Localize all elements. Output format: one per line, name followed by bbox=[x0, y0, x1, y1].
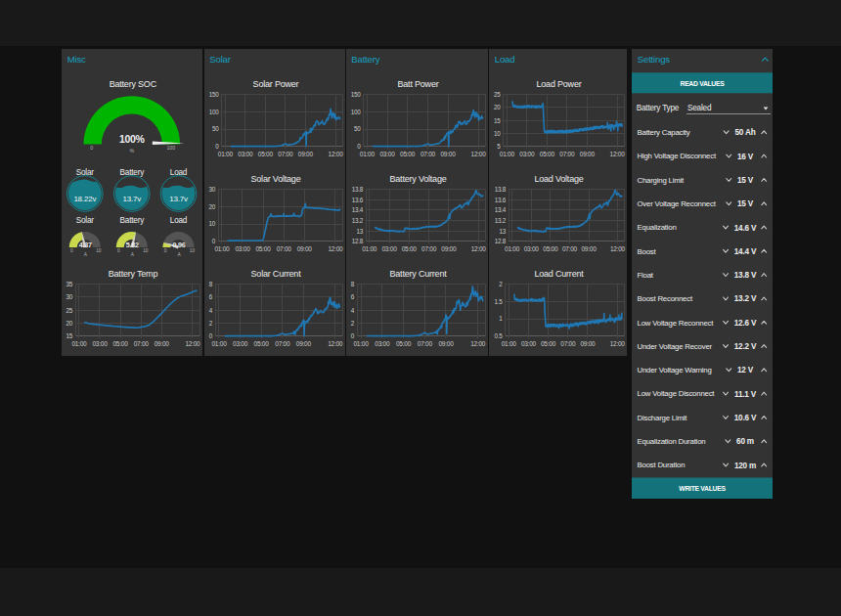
svg-text:13.7v: 13.7v bbox=[123, 195, 142, 203]
svg-text:Float: Float bbox=[638, 271, 654, 280]
svg-text:Load: Load bbox=[170, 216, 188, 225]
svg-text:100: 100 bbox=[350, 109, 361, 115]
svg-text:05:00: 05:00 bbox=[401, 245, 417, 252]
svg-text:12:00: 12:00 bbox=[610, 340, 626, 347]
svg-text:20: 20 bbox=[66, 320, 72, 327]
svg-text:12:00: 12:00 bbox=[328, 340, 343, 347]
svg-text:09:00: 09:00 bbox=[580, 340, 596, 347]
svg-text:18.22v: 18.22v bbox=[73, 195, 96, 203]
svg-text:Battery SOC: Battery SOC bbox=[110, 79, 157, 89]
svg-text:A: A bbox=[177, 252, 181, 257]
svg-text:Solar Current: Solar Current bbox=[250, 269, 301, 279]
svg-text:10: 10 bbox=[190, 248, 196, 253]
svg-text:13.8: 13.8 bbox=[495, 186, 507, 193]
svg-text:13.8: 13.8 bbox=[351, 186, 363, 193]
svg-text:Battery Current: Battery Current bbox=[389, 269, 447, 279]
svg-text:14.6 V: 14.6 V bbox=[734, 224, 757, 233]
svg-text:12.6 V: 12.6 V bbox=[734, 319, 757, 328]
svg-text:11.1 V: 11.1 V bbox=[734, 390, 757, 399]
svg-text:03:00: 03:00 bbox=[524, 245, 540, 252]
svg-text:12:00: 12:00 bbox=[470, 245, 486, 252]
svg-text:05:00: 05:00 bbox=[543, 245, 558, 252]
svg-text:120 m: 120 m bbox=[734, 462, 756, 470]
svg-text:03:00: 03:00 bbox=[521, 340, 537, 347]
svg-text:05:00: 05:00 bbox=[112, 340, 128, 347]
svg-text:10: 10 bbox=[208, 220, 215, 227]
svg-text:01:00: 01:00 bbox=[505, 245, 520, 252]
svg-text:Solar Power: Solar Power bbox=[252, 79, 298, 89]
svg-text:03:00: 03:00 bbox=[381, 245, 397, 252]
svg-text:13.2 V: 13.2 V bbox=[734, 294, 757, 303]
svg-text:0: 0 bbox=[117, 248, 120, 253]
svg-text:4: 4 bbox=[350, 307, 354, 314]
svg-text:05:00: 05:00 bbox=[257, 151, 273, 157]
svg-text:12 V: 12 V bbox=[737, 366, 754, 374]
svg-text:20: 20 bbox=[494, 104, 501, 110]
svg-text:Boost Reconnect: Boost Reconnect bbox=[638, 294, 693, 303]
svg-text:01:00: 01:00 bbox=[500, 151, 515, 157]
svg-text:25: 25 bbox=[494, 91, 501, 98]
svg-text:07:00: 07:00 bbox=[559, 151, 575, 157]
svg-text:1.5: 1.5 bbox=[494, 298, 503, 305]
svg-text:Boost: Boost bbox=[638, 247, 657, 256]
svg-text:12.2 V: 12.2 V bbox=[734, 342, 757, 351]
svg-text:01:00: 01:00 bbox=[211, 340, 227, 347]
svg-text:Low Voltage Reconnect: Low Voltage Reconnect bbox=[638, 319, 715, 328]
svg-text:50: 50 bbox=[353, 125, 360, 132]
svg-text:09:00: 09:00 bbox=[581, 245, 597, 252]
svg-text:8: 8 bbox=[350, 281, 354, 287]
svg-text:09:00: 09:00 bbox=[297, 151, 313, 157]
svg-text:25: 25 bbox=[66, 307, 72, 314]
svg-text:Equalization: Equalization bbox=[638, 223, 677, 232]
svg-text:10.6 V: 10.6 V bbox=[734, 414, 757, 422]
svg-text:03:00: 03:00 bbox=[375, 340, 390, 347]
svg-text:0: 0 bbox=[90, 145, 93, 151]
svg-text:Discharge Limit: Discharge Limit bbox=[638, 414, 688, 422]
svg-text:03:00: 03:00 bbox=[379, 151, 395, 157]
svg-text:05:00: 05:00 bbox=[255, 245, 271, 252]
svg-text:A: A bbox=[131, 252, 135, 257]
svg-text:15 V: 15 V bbox=[737, 199, 754, 208]
svg-text:0.5: 0.5 bbox=[494, 332, 503, 339]
svg-text:03:00: 03:00 bbox=[92, 340, 108, 347]
svg-text:13.6: 13.6 bbox=[351, 197, 363, 203]
svg-text:Sealed: Sealed bbox=[687, 104, 712, 112]
svg-text:01:00: 01:00 bbox=[359, 151, 375, 157]
svg-text:A: A bbox=[84, 252, 88, 257]
svg-text:07:00: 07:00 bbox=[560, 340, 576, 347]
svg-text:1: 1 bbox=[499, 315, 503, 322]
svg-text:0: 0 bbox=[350, 332, 354, 339]
svg-text:15: 15 bbox=[494, 117, 501, 124]
svg-text:0: 0 bbox=[215, 143, 219, 150]
svg-text:Batt Power: Batt Power bbox=[397, 79, 438, 89]
svg-text:WRITE VALUES: WRITE VALUES bbox=[679, 485, 726, 492]
svg-text:0.96: 0.96 bbox=[172, 241, 185, 249]
svg-text:5.82: 5.82 bbox=[126, 241, 139, 249]
svg-text:14.4 V: 14.4 V bbox=[734, 247, 757, 256]
svg-text:8: 8 bbox=[208, 281, 212, 287]
svg-text:13.7v: 13.7v bbox=[169, 195, 188, 203]
svg-text:Charging Limit: Charging Limit bbox=[638, 176, 686, 185]
svg-text:2: 2 bbox=[499, 281, 503, 287]
svg-text:07:00: 07:00 bbox=[276, 245, 291, 252]
svg-text:100: 100 bbox=[208, 109, 219, 115]
svg-text:High Voltage Disconnect: High Voltage Disconnect bbox=[638, 152, 717, 160]
svg-text:150: 150 bbox=[208, 91, 219, 98]
svg-text:13.4: 13.4 bbox=[351, 206, 363, 213]
svg-text:12:00: 12:00 bbox=[328, 245, 343, 252]
svg-text:01:00: 01:00 bbox=[214, 245, 230, 252]
svg-text:13.6: 13.6 bbox=[495, 197, 507, 203]
svg-text:4.37: 4.37 bbox=[79, 241, 92, 249]
svg-text:12:00: 12:00 bbox=[328, 151, 343, 157]
svg-text:12.8: 12.8 bbox=[351, 238, 363, 244]
svg-text:12:00: 12:00 bbox=[610, 245, 626, 252]
svg-text:09:00: 09:00 bbox=[295, 340, 311, 347]
svg-text:07:00: 07:00 bbox=[134, 340, 150, 347]
svg-text:05:00: 05:00 bbox=[395, 340, 411, 347]
svg-text:09:00: 09:00 bbox=[440, 151, 456, 157]
svg-text:13: 13 bbox=[356, 228, 363, 235]
svg-text:Battery: Battery bbox=[120, 216, 146, 225]
svg-text:Equalization Duration: Equalization Duration bbox=[638, 437, 706, 446]
svg-text:Low Voltage Disconnect: Low Voltage Disconnect bbox=[638, 389, 716, 398]
svg-text:12:00: 12:00 bbox=[470, 340, 486, 347]
